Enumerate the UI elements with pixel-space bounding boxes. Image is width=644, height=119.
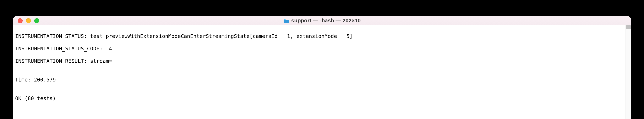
folder-icon bbox=[284, 18, 289, 23]
maximize-button[interactable] bbox=[34, 18, 39, 23]
scrollbar-track[interactable] bbox=[626, 25, 631, 119]
terminal-line: OK (80 tests) bbox=[15, 95, 629, 102]
window-title-text: support — -bash — 202×10 bbox=[291, 17, 360, 24]
close-button[interactable] bbox=[18, 18, 23, 23]
traffic-lights bbox=[13, 18, 39, 23]
terminal-line: INSTRUMENTATION_RESULT: stream= bbox=[15, 58, 629, 64]
title-bar[interactable]: support — -bash — 202×10 bbox=[13, 16, 631, 25]
window-title: support — -bash — 202×10 bbox=[284, 17, 360, 24]
terminal-window: support — -bash — 202×10 INSTRUMENTATION… bbox=[13, 16, 631, 119]
minimize-button[interactable] bbox=[26, 18, 31, 23]
terminal-line: INSTRUMENTATION_STATUS: test=previewWith… bbox=[15, 33, 629, 39]
terminal-line: INSTRUMENTATION_STATUS_CODE: -4 bbox=[15, 46, 629, 52]
scrollbar-indicator-top bbox=[626, 25, 631, 29]
terminal-body[interactable]: INSTRUMENTATION_STATUS: test=previewWith… bbox=[13, 25, 631, 119]
terminal-line: Time: 200.579 bbox=[15, 77, 629, 83]
